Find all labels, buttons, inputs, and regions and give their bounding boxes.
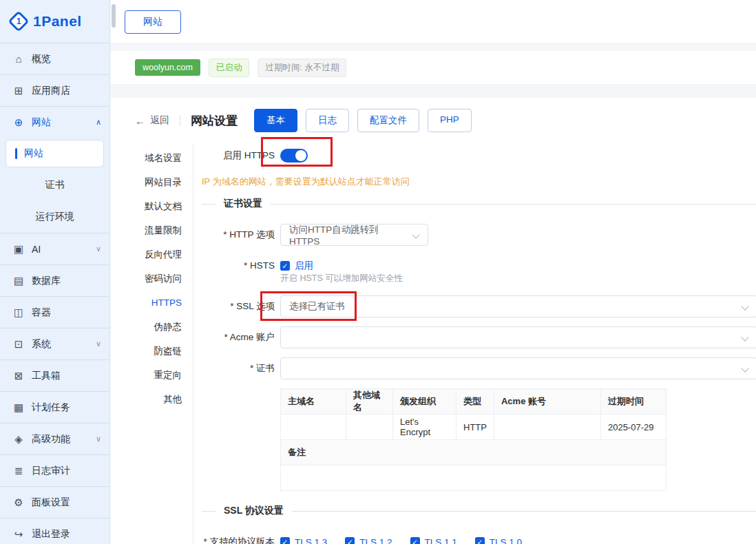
calendar-icon: ▦ (12, 401, 25, 414)
sidebar-subitem-runtime[interactable]: 运行环境 (0, 201, 109, 233)
table-header-other-domains: 其他域名 (346, 389, 393, 415)
chevron-down-icon (741, 364, 748, 372)
scrollbar-thumb[interactable] (112, 4, 116, 28)
table-row: Let's Encrypt HTTP 2025-07-29 (281, 415, 666, 440)
https-toggle[interactable] (280, 149, 308, 163)
site-header: woolyun.com 已启动 过期时间: 永不过期 (111, 51, 756, 84)
globe-icon: ⊕ (12, 116, 25, 129)
sidebar-item-ai[interactable]: ▣ AI ∨ (0, 233, 109, 264)
ssl-option-select[interactable]: 选择已有证书 (280, 295, 756, 317)
tab-config-file[interactable]: 配置文件 (357, 109, 419, 132)
sidebar-item-website[interactable]: ⊕ 网站 ∧ (0, 106, 109, 138)
site-expiry-badge: 过期时间: 永不过期 (258, 59, 346, 77)
appstore-icon: ⊞ (12, 85, 25, 97)
section-ssl-protocol: SSL 协议设置 (202, 505, 756, 517)
cell-primary-domain (281, 415, 346, 440)
divider-line (202, 204, 216, 205)
sidebar-item-label: 高级功能 (32, 433, 70, 446)
tls-1-3-checkbox-item[interactable]: ✓ TLS 1.3 (280, 537, 327, 544)
sidebar-item-label: 概览 (32, 53, 51, 65)
protocol-label: TLS 1.2 (359, 537, 392, 544)
sidebar-item-system[interactable]: ⊡ 系统 ∨ (0, 328, 109, 359)
cell-issuer: Let's Encrypt (393, 415, 456, 440)
sidebar-item-toolbox[interactable]: ⊠ 工具箱 (0, 359, 109, 391)
sidebar-item-log-audit[interactable]: ≣ 日志审计 (0, 454, 109, 486)
sidebar-subitem-website[interactable]: 网站 (6, 140, 104, 167)
app-logo[interactable]: 1 1Panel (0, 0, 109, 43)
submenu-item-reverse-proxy[interactable]: 反向代理 (111, 242, 193, 266)
submenu-item-default-doc[interactable]: 默认文档 (111, 194, 193, 218)
sidebar-subitem-certificate[interactable]: 证书 (0, 169, 109, 201)
site-status-badge: 已启动 (209, 59, 250, 77)
http-option-label: * HTTP 选项 (202, 224, 275, 246)
ip-domain-warning: IP 为域名的网站，需要设置为默认站点才能正常访问 (202, 176, 756, 188)
page-title: 网站设置 (191, 113, 238, 129)
submenu-item-redirect[interactable]: 重定向 (111, 363, 193, 387)
sidebar-item-label: 网站 (32, 116, 51, 129)
site-domain-badge: woolyun.com (135, 59, 200, 76)
tab-php[interactable]: PHP (428, 109, 472, 132)
tab-basic[interactable]: 基本 (254, 109, 297, 132)
tab-website[interactable]: 网站 (125, 10, 181, 34)
submenu-item-rewrite[interactable]: 伪静态 (111, 315, 193, 339)
note-value (281, 465, 666, 491)
sidebar-item-logout[interactable]: ↪ 退出登录 (0, 518, 109, 544)
sidebar-item-database[interactable]: ▤ 数据库 (0, 264, 109, 296)
certificate-table-wrap: 主域名 其他域名 颁发组织 类型 Acme 账号 过期时间 (280, 388, 756, 491)
section-title: 证书设置 (216, 198, 271, 210)
submenu-item-domain[interactable]: 域名设置 (111, 146, 193, 170)
sidebar-item-overview[interactable]: ⌂ 概览 (0, 43, 109, 74)
hsts-checkbox[interactable]: ✓ (280, 261, 290, 271)
sidebar-item-label: 日志审计 (32, 465, 70, 477)
settings-tabs: 基本 日志 配置文件 PHP (254, 109, 472, 132)
sidebar-item-panel-settings[interactable]: ⚙ 面板设置 (0, 486, 109, 518)
toolbox-icon: ⊠ (12, 370, 25, 382)
note-header-row: 备注 (281, 440, 666, 465)
https-form: 启用 HTTPS IP 为域名的网站，需要设置为默认站点才能正常访问 证书设置 (193, 143, 756, 544)
acme-account-select[interactable] (280, 326, 756, 348)
main-content: 网站 woolyun.com 已启动 过期时间: 永不过期 ← 返回 网站设置 … (111, 0, 756, 544)
sidebar-item-label: 应用商店 (32, 85, 70, 97)
submenu-item-traffic-limit[interactable]: 流量限制 (111, 218, 193, 242)
sidebar-item-label: AI (32, 244, 41, 255)
http-option-select[interactable]: 访问HTTP自动跳转到HTTPS (280, 224, 428, 246)
sidebar-item-container[interactable]: ◫ 容器 (0, 296, 109, 328)
chevron-up-icon: ∧ (96, 118, 101, 127)
tab-logs[interactable]: 日志 (306, 109, 349, 132)
submenu-item-anti-leech[interactable]: 防盗链 (111, 339, 193, 363)
chevron-down-icon (741, 302, 748, 310)
gear-icon: ⚙ (12, 496, 25, 509)
sidebar-item-appstore[interactable]: ⊞ 应用商店 (0, 74, 109, 106)
select-value: 访问HTTP自动跳转到HTTPS (289, 224, 408, 247)
tls-1-0-checkbox-item[interactable]: ✓ TLS 1.0 (475, 537, 522, 544)
logout-icon: ↪ (12, 528, 25, 541)
supported-protocols-label: * 支持的协议版本 (202, 531, 275, 544)
table-header-acme-account: Acme 账号 (494, 389, 600, 415)
ssl-option-label: * SSL 选项 (202, 295, 275, 317)
table-header-type: 类型 (456, 389, 494, 415)
sidebar-item-cronjob[interactable]: ▦ 计划任务 (0, 391, 109, 423)
submenu-item-password-access[interactable]: 密码访问 (111, 266, 193, 291)
certificate-select[interactable] (280, 357, 756, 379)
sidebar-subitem-label: 运行环境 (36, 211, 74, 223)
tls-1-1-checkbox-item[interactable]: ✓ TLS 1.1 (410, 537, 457, 544)
sidebar-item-advanced[interactable]: ◈ 高级功能 ∨ (0, 423, 109, 454)
chevron-down-icon: ∨ (96, 339, 101, 348)
checkbox-checked-icon: ✓ (475, 537, 485, 544)
submenu-item-other[interactable]: 其他 (111, 387, 193, 411)
hsts-label: * HSTS (202, 255, 275, 277)
note-value-row (281, 465, 666, 491)
settings-submenu: 域名设置 网站目录 默认文档 流量限制 反向代理 密码访问 HTTPS 伪静态 … (111, 143, 193, 544)
vertical-divider (180, 115, 180, 126)
chevron-down-icon (741, 333, 748, 341)
submenu-item-site-dir[interactable]: 网站目录 (111, 170, 193, 194)
cell-acme-account (494, 415, 600, 440)
submenu-item-https[interactable]: HTTPS (111, 291, 193, 315)
back-button[interactable]: ← 返回 (135, 114, 169, 127)
protocol-label: TLS 1.3 (295, 537, 327, 544)
table-header-issuer: 颁发组织 (393, 389, 456, 415)
sidebar-item-label: 系统 (32, 338, 51, 351)
sidebar-item-label: 退出登录 (32, 528, 70, 541)
tls-1-2-checkbox-item[interactable]: ✓ TLS 1.2 (345, 537, 392, 544)
section-cert-settings: 证书设置 (202, 198, 756, 210)
